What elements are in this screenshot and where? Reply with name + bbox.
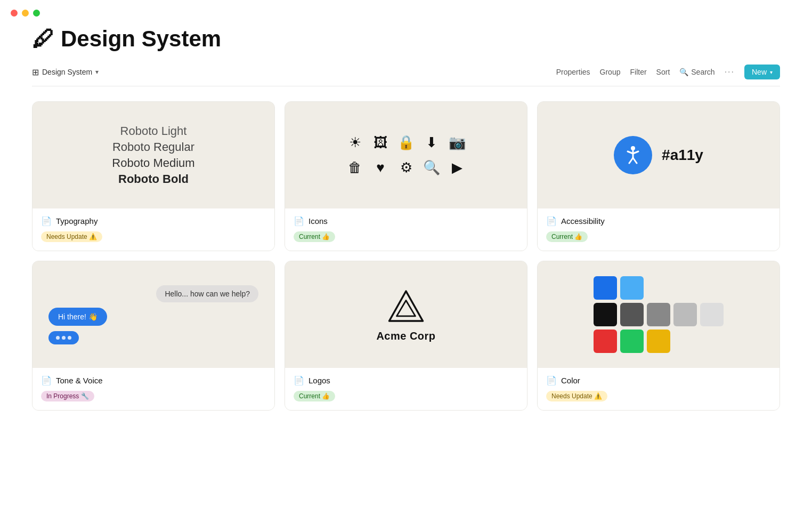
card-preview-logos: Acme Corp (285, 261, 527, 368)
sort-button[interactable]: Sort (656, 68, 670, 76)
toolbar-actions: Properties Group Filter Sort 🔍 Search ··… (556, 65, 780, 79)
card-preview-typography: Roboto Light Roboto Regular Roboto Mediu… (33, 102, 274, 208)
swatch-black (594, 303, 617, 326)
card-title-row: 📄 Icons (294, 216, 518, 226)
card-info-tone: 📄 Tone & Voice In Progress 🔧 (33, 368, 274, 410)
card-info-logos: 📄 Logos Current 👍 (285, 368, 527, 410)
swatch-light-gray (673, 303, 697, 326)
fullscreen-button[interactable] (33, 10, 40, 17)
db-label: Design System (42, 68, 92, 76)
page-icon: 📄 (294, 375, 304, 385)
a11y-text: #a11y (662, 147, 703, 164)
font-light: Roboto Light (120, 124, 187, 138)
title-emoji: 🖊 (32, 26, 54, 52)
card-logos[interactable]: Acme Corp 📄 Logos Current 👍 (285, 261, 527, 411)
card-info-accessibility: 📄 Accessibility Current 👍 (538, 208, 779, 251)
search-label: Search (691, 68, 714, 76)
card-preview-color (538, 261, 779, 368)
traffic-lights (0, 0, 812, 26)
a11y-circle (614, 136, 652, 174)
tone-voice-preview: Hello... how can we help? Hi there! 👋 (33, 272, 274, 357)
card-info-typography: 📄 Typography Needs Update ⚠️ (33, 208, 274, 251)
page-icon: 📄 (41, 216, 52, 226)
icon-lock: 🔒 (397, 134, 415, 151)
icon-image: 🖼 (373, 134, 387, 151)
icon-gear: ⚙ (400, 159, 412, 176)
acme-logo-svg (387, 287, 425, 325)
icon-sun: ☀ (349, 134, 361, 151)
chat-bubble-response: Hi there! 👋 (48, 308, 107, 326)
page-icon: 📄 (546, 375, 557, 385)
swatch-empty-1 (647, 276, 670, 300)
db-selector[interactable]: ⊞ Design System ▾ (32, 67, 99, 77)
card-title-row: 📄 Typography (41, 216, 266, 226)
swatch-yellow (647, 330, 670, 353)
status-badge: Needs Update ⚠️ (41, 231, 102, 242)
chat-bubble-question: Hello... how can we help? (156, 285, 258, 302)
main-content: 🖊 Design System ⊞ Design System ▾ Proper… (0, 26, 812, 411)
card-info-color: 📄 Color Needs Update ⚠️ (538, 368, 779, 410)
page-icon: 📄 (41, 375, 52, 385)
logos-preview: Acme Corp (376, 287, 435, 342)
icon-heart: ♥ (376, 159, 384, 176)
font-medium: Roboto Medium (112, 156, 194, 170)
icon-play: ▶ (452, 159, 462, 176)
properties-button[interactable]: Properties (556, 68, 590, 76)
cards-grid: Roboto Light Roboto Regular Roboto Mediu… (32, 101, 780, 411)
swatch-empty-5 (700, 330, 724, 353)
toolbar: ⊞ Design System ▾ Properties Group Filte… (32, 65, 780, 86)
card-title-text: Typography (56, 216, 98, 226)
card-title-text: Icons (308, 216, 328, 226)
swatch-empty-2 (673, 276, 697, 300)
font-regular: Roboto Regular (112, 140, 194, 154)
typing-dot-3 (68, 336, 71, 340)
accessibility-icon (622, 144, 644, 166)
icon-trash: 🗑 (348, 159, 362, 176)
page-icon: 📄 (294, 216, 304, 226)
close-button[interactable] (11, 10, 18, 17)
svg-line-5 (633, 158, 637, 163)
card-tone-voice[interactable]: Hello... how can we help? Hi there! 👋 📄 … (32, 261, 275, 411)
swatch-blue-dark (594, 276, 617, 300)
icon-camera: 📷 (449, 134, 466, 151)
swatch-dark-gray (620, 303, 644, 326)
card-typography[interactable]: Roboto Light Roboto Regular Roboto Mediu… (32, 101, 275, 251)
swatch-empty-3 (700, 276, 724, 300)
more-options-button[interactable]: ··· (725, 67, 735, 77)
swatch-green (620, 330, 644, 353)
swatch-red (594, 330, 617, 353)
swatch-mid-gray (647, 303, 670, 326)
group-button[interactable]: Group (600, 68, 621, 76)
db-icon: ⊞ (32, 67, 39, 77)
chevron-down-icon: ▾ (95, 68, 99, 76)
search-button[interactable]: 🔍 Search (679, 68, 714, 76)
minimize-button[interactable] (22, 10, 29, 17)
typing-dot-2 (62, 336, 66, 340)
page-title: 🖊 Design System (32, 26, 780, 52)
card-title-text: Color (561, 376, 580, 385)
card-icons[interactable]: ☀ 🖼 🔒 ⬇ 📷 🗑 ♥ ⚙ 🔍 ▶ 📄 Icons Current (285, 101, 527, 251)
typography-preview: Roboto Light Roboto Regular Roboto Mediu… (33, 102, 274, 208)
acme-logo-text: Acme Corp (376, 330, 435, 342)
status-badge: Current 👍 (294, 231, 335, 242)
icons-preview: ☀ 🖼 🔒 ⬇ 📷 🗑 ♥ ⚙ 🔍 ▶ (336, 124, 476, 187)
card-color[interactable]: 📄 Color Needs Update ⚠️ (537, 261, 780, 411)
card-title-row: 📄 Color (546, 375, 771, 385)
swatch-very-light-gray (700, 303, 724, 326)
accessibility-preview: #a11y (614, 136, 703, 174)
card-title-text: Tone & Voice (56, 376, 103, 385)
chat-response-text: Hi there! 👋 (58, 312, 98, 321)
card-preview-accessibility: #a11y (538, 102, 779, 208)
status-badge: Current 👍 (294, 391, 335, 401)
typing-dot-1 (56, 336, 60, 340)
card-accessibility[interactable]: #a11y 📄 Accessibility Current 👍 (537, 101, 780, 251)
card-preview-tone: Hello... how can we help? Hi there! 👋 (33, 261, 274, 368)
filter-button[interactable]: Filter (630, 68, 646, 76)
new-button[interactable]: New ▾ (744, 65, 780, 79)
status-badge: In Progress 🔧 (41, 391, 94, 401)
swatch-blue-light (620, 276, 644, 300)
color-swatches-preview (583, 266, 734, 364)
swatch-empty-4 (673, 330, 697, 353)
status-badge: Current 👍 (546, 231, 588, 242)
status-badge: Needs Update ⚠️ (546, 391, 607, 401)
